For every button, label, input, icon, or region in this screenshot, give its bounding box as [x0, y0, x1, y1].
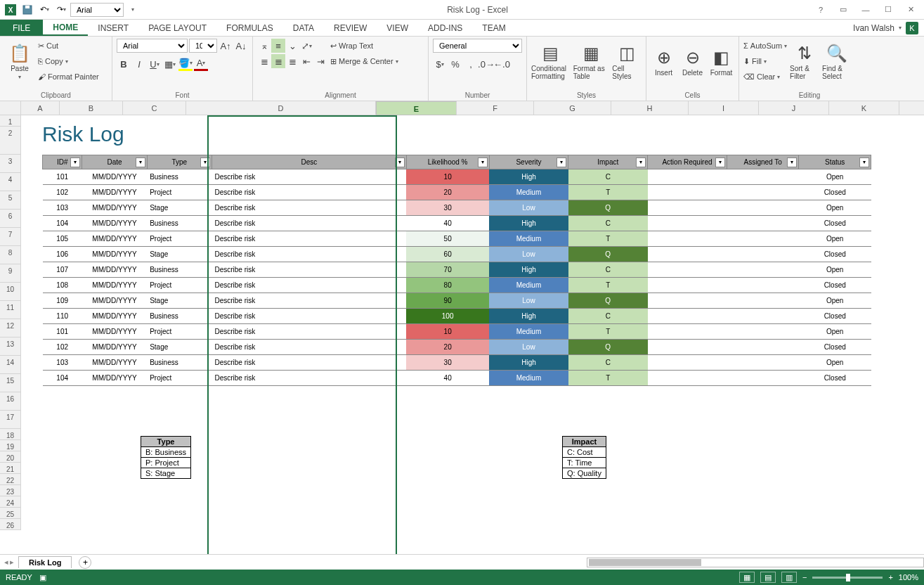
cell-sev[interactable]: Medium — [489, 324, 568, 340]
filter-dropdown-icon[interactable]: ▾ — [715, 158, 725, 167]
insert-cells-button[interactable]: ⊕Insert — [651, 39, 677, 85]
cell-date[interactable]: MM/DD/YYYY — [82, 324, 147, 340]
minimize-icon[interactable]: — — [857, 3, 875, 17]
cell-action[interactable] — [648, 278, 727, 293]
filter-dropdown-icon[interactable]: ▾ — [136, 158, 145, 167]
cell-imp[interactable]: C — [568, 309, 648, 324]
col-header-type[interactable]: Type▾ — [147, 155, 212, 169]
cell-like[interactable]: 20 — [406, 185, 489, 200]
increase-decimal-icon[interactable]: .0→ — [479, 57, 493, 71]
cell-imp[interactable]: T — [568, 371, 648, 386]
cell-assigned[interactable] — [727, 216, 799, 231]
cell-assigned[interactable] — [727, 200, 799, 216]
format-as-table-button[interactable]: ▦Format as Table — [573, 39, 610, 85]
cell-desc[interactable]: Describe risk — [212, 200, 406, 216]
cell-assigned[interactable] — [727, 278, 799, 293]
macro-record-icon[interactable]: ▣ — [39, 573, 46, 582]
cell-action[interactable] — [648, 309, 727, 324]
cell-desc[interactable]: Describe risk — [212, 309, 406, 324]
table-row[interactable]: 110MM/DD/YYYYBusinessDescribe risk100Hig… — [43, 309, 871, 324]
row-header-13[interactable]: 13 — [0, 338, 21, 356]
cell-desc[interactable]: Describe risk — [212, 293, 406, 309]
cell-like[interactable]: 30 — [406, 355, 489, 371]
underline-icon[interactable]: U▾ — [148, 57, 162, 71]
cell-desc[interactable]: Describe risk — [212, 169, 406, 185]
cell-like[interactable]: 20 — [406, 340, 489, 355]
row-header-19[interactable]: 19 — [0, 440, 21, 451]
cell-desc[interactable]: Describe risk — [212, 247, 406, 262]
cell-desc[interactable]: Describe risk — [212, 340, 406, 355]
cell-imp[interactable]: T — [568, 324, 648, 340]
cell-like[interactable]: 30 — [406, 200, 489, 216]
cell-desc[interactable]: Describe risk — [212, 355, 406, 371]
paste-button[interactable]: 📋Paste▾ — [4, 39, 35, 85]
cell-id[interactable]: 107 — [43, 262, 82, 278]
cell-id[interactable]: 108 — [43, 278, 82, 293]
filter-dropdown-icon[interactable]: ▾ — [859, 158, 869, 167]
qat-customize-icon[interactable]: ▾ — [125, 2, 141, 18]
help-icon[interactable]: ? — [812, 3, 830, 17]
cell-type[interactable]: Business — [147, 262, 212, 278]
table-row[interactable]: 109MM/DD/YYYYStageDescribe risk90LowQOpe… — [43, 293, 871, 309]
table-row[interactable]: 102MM/DD/YYYYStageDescribe risk20LowQClo… — [43, 340, 871, 355]
cell-type[interactable]: Stage — [147, 293, 212, 309]
filter-dropdown-icon[interactable]: ▾ — [557, 158, 566, 167]
cell-imp[interactable]: T — [568, 278, 648, 293]
table-row[interactable]: 101MM/DD/YYYYProjectDescribe risk10Mediu… — [43, 324, 871, 340]
cell-id[interactable]: 105 — [43, 231, 82, 247]
filter-dropdown-icon[interactable]: ▾ — [70, 158, 80, 167]
format-painter-button[interactable]: 🖌 Format Painter — [38, 70, 99, 84]
col-header-likelihood-[interactable]: Likelihood %▾ — [406, 155, 489, 169]
cell-type[interactable]: Project — [147, 371, 212, 386]
cell-id[interactable]: 109 — [43, 293, 82, 309]
shrink-font-icon[interactable]: A↓ — [234, 39, 248, 53]
row-header-24[interactable]: 24 — [0, 496, 21, 508]
cell-like[interactable]: 40 — [406, 371, 489, 386]
cell-id[interactable]: 102 — [43, 185, 82, 200]
filter-dropdown-icon[interactable]: ▾ — [636, 158, 646, 167]
decrease-indent-icon[interactable]: ⇤ — [299, 54, 313, 68]
cell-type[interactable]: Business — [147, 169, 212, 185]
cell-date[interactable]: MM/DD/YYYY — [82, 340, 147, 355]
number-format-select[interactable]: General — [433, 39, 522, 53]
table-row[interactable]: 102MM/DD/YYYYProjectDescribe risk20Mediu… — [43, 185, 871, 200]
row-header-21[interactable]: 21 — [0, 463, 21, 474]
cell-sev[interactable]: High — [489, 169, 568, 185]
cell-sev[interactable]: High — [489, 216, 568, 231]
column-header-D[interactable]: D — [186, 101, 376, 115]
cell-assigned[interactable] — [727, 340, 799, 355]
cell-desc[interactable]: Describe risk — [212, 216, 406, 231]
table-row[interactable]: 106MM/DD/YYYYStageDescribe risk60LowQClo… — [43, 247, 871, 262]
ribbon-tab-formulas[interactable]: FORMULAS — [216, 20, 283, 36]
row-header-2[interactable]: 2 — [0, 127, 21, 155]
row-header-25[interactable]: 25 — [0, 508, 21, 519]
row-header-6[interactable]: 6 — [0, 210, 21, 228]
cell-desc[interactable]: Describe risk — [212, 185, 406, 200]
row-header-20[interactable]: 20 — [0, 451, 21, 463]
cell-like[interactable]: 90 — [406, 293, 489, 309]
row-header-12[interactable]: 12 — [0, 319, 21, 338]
cell-sev[interactable]: Low — [489, 293, 568, 309]
row-header-4[interactable]: 4 — [0, 173, 21, 191]
cell-date[interactable]: MM/DD/YYYY — [82, 169, 147, 185]
column-header-K[interactable]: K — [829, 101, 899, 115]
decrease-decimal-icon[interactable]: ←.0 — [495, 57, 509, 71]
select-all-corner[interactable] — [0, 101, 21, 115]
align-middle-icon[interactable]: ≡ — [271, 39, 285, 53]
col-header-date[interactable]: Date▾ — [82, 155, 147, 169]
cell-desc[interactable]: Describe risk — [212, 278, 406, 293]
cell-type[interactable]: Project — [147, 185, 212, 200]
cell-imp[interactable]: Q — [568, 200, 648, 216]
border-icon[interactable]: ▦▾ — [163, 57, 177, 71]
cell-status[interactable]: Closed — [799, 340, 871, 355]
cell-imp[interactable]: C — [568, 169, 648, 185]
table-row[interactable]: 103MM/DD/YYYYStageDescribe risk30LowQOpe… — [43, 200, 871, 216]
cell-type[interactable]: Business — [147, 216, 212, 231]
column-header-J[interactable]: J — [759, 101, 829, 115]
cell-status[interactable]: Open — [799, 355, 871, 371]
cell-imp[interactable]: C — [568, 355, 648, 371]
cell-id[interactable]: 104 — [43, 216, 82, 231]
redo-icon[interactable]: ↷▾ — [53, 2, 69, 18]
autosum-button[interactable]: Σ AutoSum ▾ — [743, 39, 787, 53]
col-header-severity[interactable]: Severity▾ — [489, 155, 568, 169]
